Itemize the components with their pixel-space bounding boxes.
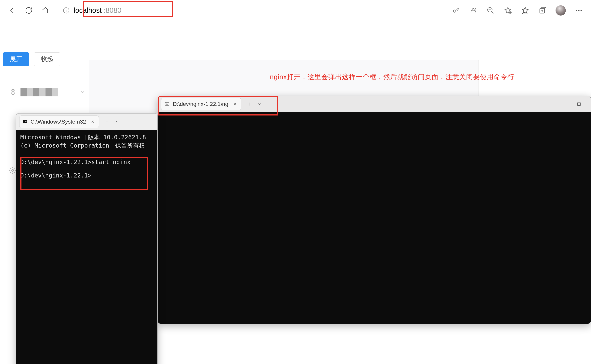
site-info-icon[interactable] xyxy=(63,7,70,14)
address-bar[interactable]: localhost:8080 xyxy=(60,3,129,18)
address-port: :8080 xyxy=(104,6,121,14)
terminal1-line2: (c) Microsoft Corporation。保留所有权 xyxy=(20,142,153,150)
svg-point-16 xyxy=(576,10,577,11)
terminal2-tab-title: D:\dev\nginx-1.22.1\ng xyxy=(173,101,228,107)
window-minimize-button[interactable] xyxy=(558,100,567,108)
new-tab-button[interactable] xyxy=(103,117,111,126)
terminal1-line1: Microsoft Windows [版本 10.0.22621.8 xyxy=(20,133,153,142)
tab-close-icon[interactable] xyxy=(90,120,95,124)
more-menu-icon[interactable] xyxy=(574,6,583,15)
terminal2-tab[interactable]: D:\dev\nginx-1.22.1\ng xyxy=(161,98,241,110)
terminal2-body[interactable] xyxy=(158,112,591,324)
address-host: localhost xyxy=(74,6,102,14)
browser-toolbar: localhost:8080 xyxy=(0,0,591,21)
location-pin-icon xyxy=(9,89,17,96)
terminal2-titlebar[interactable]: D:\dev\nginx-1.22.1\ng xyxy=(158,96,591,112)
svg-point-19 xyxy=(12,91,14,92)
window-maximize-button[interactable] xyxy=(575,100,583,108)
profile-avatar[interactable] xyxy=(556,5,566,16)
cmd-app-icon: C:\ xyxy=(23,119,27,124)
collapse-label: 收起 xyxy=(41,55,53,64)
terminal1-tab[interactable]: C:\ C:\Windows\System32 xyxy=(20,116,99,128)
location-text-redacted xyxy=(20,88,58,96)
svg-line-6 xyxy=(491,11,493,13)
page-title-redacted xyxy=(6,27,175,48)
collections-icon[interactable] xyxy=(538,6,547,15)
svg-point-3 xyxy=(453,10,456,12)
back-button[interactable] xyxy=(8,6,17,15)
svg-point-17 xyxy=(578,10,580,11)
terminal-window-cmd[interactable]: C:\ C:\Windows\System32 Microsoft Window… xyxy=(16,113,158,364)
settings-icon[interactable] xyxy=(9,166,17,174)
svg-point-20 xyxy=(12,169,13,171)
add-favorite-icon[interactable] xyxy=(504,6,512,15)
terminal1-prompt1: D:\dev\nginx-1.22.1>start nginx xyxy=(20,155,153,166)
svg-point-18 xyxy=(581,10,582,11)
terminal-app-icon xyxy=(164,102,170,107)
refresh-button[interactable] xyxy=(24,6,33,15)
home-button[interactable] xyxy=(41,6,50,15)
tab-dropdown-icon[interactable] xyxy=(255,100,263,108)
terminal-window-nginx[interactable]: D:\dev\nginx-1.22.1\ng xyxy=(158,96,591,324)
favorites-icon[interactable] xyxy=(521,6,530,15)
tab-dropdown-icon[interactable] xyxy=(113,118,121,126)
terminal1-prompt2: D:\dev\nginx-1.22.1> xyxy=(20,171,153,180)
collapse-button[interactable]: 收起 xyxy=(34,52,60,66)
chevron-down-icon xyxy=(80,89,86,95)
browser-toolbar-right xyxy=(451,5,583,16)
svg-rect-23 xyxy=(578,103,580,105)
location-selector[interactable] xyxy=(9,88,86,96)
terminal1-tab-title: C:\Windows\System32 xyxy=(31,119,86,125)
annotation-text: nginx打开，这里会弹出这样一个框，然后就能访问页面，注意关闭要使用命令行 xyxy=(270,72,514,81)
new-tab-button[interactable] xyxy=(245,100,254,108)
password-icon[interactable] xyxy=(451,6,460,15)
terminal1-titlebar[interactable]: C:\ C:\Windows\System32 xyxy=(16,114,157,130)
svg-rect-21 xyxy=(165,102,169,105)
zoom-out-icon[interactable] xyxy=(486,6,495,15)
expand-label: 展开 xyxy=(10,55,22,64)
svg-text:C:\: C:\ xyxy=(24,121,27,123)
terminal1-body[interactable]: Microsoft Windows [版本 10.0.22621.8 (c) M… xyxy=(16,130,157,364)
expand-button[interactable]: 展开 xyxy=(3,52,29,66)
tab-close-icon[interactable] xyxy=(233,102,237,106)
read-aloud-icon[interactable] xyxy=(469,6,477,15)
